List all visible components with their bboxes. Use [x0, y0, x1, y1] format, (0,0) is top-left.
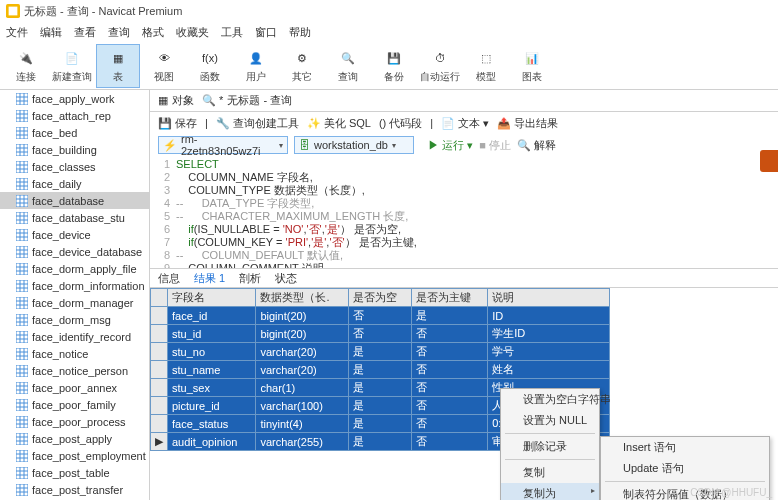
menu-item[interactable]: Update 语句: [601, 458, 769, 479]
menu-item[interactable]: 删除记录: [501, 436, 599, 457]
result-tabs[interactable]: 信息结果 1剖析状态: [150, 268, 778, 288]
menu-item[interactable]: 复制: [501, 462, 599, 483]
tool-model[interactable]: ⬚模型: [464, 44, 508, 88]
table-face_notice[interactable]: face_notice: [0, 345, 149, 362]
editor-tabs[interactable]: ▦ 对象 🔍 *无标题 - 查询: [150, 90, 778, 112]
table-icon: [16, 229, 28, 241]
newq-icon: 📄: [61, 47, 83, 69]
table-face_dorm_msg[interactable]: face_dorm_msg: [0, 311, 149, 328]
table-face_post_employment[interactable]: face_post_employment: [0, 447, 149, 464]
svg-rect-52: [16, 263, 28, 275]
explain-button[interactable]: 🔍 解释: [517, 138, 556, 153]
tool-other[interactable]: ⚙其它: [280, 44, 324, 88]
table-icon: [16, 195, 28, 207]
menu-收藏夹[interactable]: 收藏夹: [176, 25, 209, 40]
table-face_post_table[interactable]: face_post_table: [0, 464, 149, 481]
tab-query[interactable]: 🔍 *无标题 - 查询: [202, 93, 292, 108]
table-face_dorm_information[interactable]: face_dorm_information: [0, 277, 149, 294]
menu-bar[interactable]: 文件编辑查看查询格式收藏夹工具窗口帮助: [0, 22, 778, 42]
menu-item[interactable]: 设置为 NULL: [501, 410, 599, 431]
line-gutter: 123456789: [154, 158, 176, 266]
col-header[interactable]: 是否为主键: [412, 289, 488, 307]
db-combo[interactable]: 🗄workstation_db▾: [294, 136, 414, 154]
table-face_classes[interactable]: face_classes: [0, 158, 149, 175]
tool-newq[interactable]: 📄新建查询: [50, 44, 94, 88]
context-menu[interactable]: 设置为空白字符串设置为 NULL删除记录复制复制为▸粘贴显示▸: [500, 388, 600, 500]
col-header[interactable]: 说明: [488, 289, 610, 307]
snippet-button[interactable]: () 代码段: [379, 116, 422, 131]
tool-auto[interactable]: ⏱自动运行: [418, 44, 462, 88]
menu-帮助[interactable]: 帮助: [289, 25, 311, 40]
run-button[interactable]: ▶ 运行 ▾: [428, 138, 473, 153]
table-face_device_database[interactable]: face_device_database: [0, 243, 149, 260]
table-face_apply_work[interactable]: face_apply_work: [0, 90, 149, 107]
table-face_database_stu[interactable]: face_database_stu: [0, 209, 149, 226]
table-icon: [16, 161, 28, 173]
editor-actions: 💾 保存 | 🔧 查询创建工具 ✨ 美化 SQL () 代码段 | 📄 文本 ▾…: [150, 112, 778, 134]
table-face_daily[interactable]: face_daily: [0, 175, 149, 192]
table-face_dorm_apply_file[interactable]: face_dorm_apply_file: [0, 260, 149, 277]
table-face_poor_annex[interactable]: face_poor_annex: [0, 379, 149, 396]
table-face_identify_record[interactable]: face_identify_record: [0, 328, 149, 345]
tool-query[interactable]: 🔍查询: [326, 44, 370, 88]
model-icon: ⬚: [475, 47, 497, 69]
menu-窗口[interactable]: 窗口: [255, 25, 277, 40]
result-tab-2[interactable]: 剖析: [239, 271, 261, 286]
result-tab-3[interactable]: 状态: [275, 271, 297, 286]
svg-rect-27: [16, 178, 28, 190]
main-toolbar: 🔌连接📄新建查询▦表👁视图f(x)函数👤用户⚙其它🔍查询💾备份⏱自动运行⬚模型📊…: [0, 42, 778, 90]
col-header[interactable]: 字段名: [168, 289, 256, 307]
code-body[interactable]: SELECT COLUMN_NAME 字段名, COLUMN_TYPE 数据类型…: [176, 158, 417, 266]
svg-rect-47: [16, 246, 28, 258]
col-header[interactable]: 数据类型（长.: [256, 289, 349, 307]
table-icon: [16, 382, 28, 394]
sql-editor[interactable]: 123456789 SELECT COLUMN_NAME 字段名, COLUMN…: [150, 156, 778, 268]
table-face_bed[interactable]: face_bed: [0, 124, 149, 141]
table-face_database[interactable]: face_database: [0, 192, 149, 209]
text-button[interactable]: 📄 文本 ▾: [441, 116, 489, 131]
table-face_notice_person[interactable]: face_notice_person: [0, 362, 149, 379]
tool-fx[interactable]: f(x)函数: [188, 44, 232, 88]
watermark: CSDN @HHUFU_: [690, 487, 772, 498]
table-face_attach_rep[interactable]: face_attach_rep: [0, 107, 149, 124]
tool-user[interactable]: 👤用户: [234, 44, 278, 88]
tool-plug[interactable]: 🔌连接: [4, 44, 48, 88]
menu-编辑[interactable]: 编辑: [40, 25, 62, 40]
table-row[interactable]: face_idbigint(20)否是ID: [151, 307, 610, 325]
tool-chart[interactable]: 📊图表: [510, 44, 554, 88]
menu-item[interactable]: 复制为▸: [501, 483, 599, 500]
tool-table[interactable]: ▦表: [96, 44, 140, 88]
save-button[interactable]: 💾 保存: [158, 116, 197, 131]
server-combo[interactable]: ⚡rm-2zetn83n05wz7i▾: [158, 136, 288, 154]
table-face_post_apply[interactable]: face_post_apply: [0, 430, 149, 447]
svg-rect-32: [16, 195, 28, 207]
menu-查询[interactable]: 查询: [108, 25, 130, 40]
beautify-button[interactable]: ✨ 美化 SQL: [307, 116, 371, 131]
table-row[interactable]: stu_novarchar(20)是否学号: [151, 343, 610, 361]
result-tab-1[interactable]: 结果 1: [194, 271, 225, 286]
table-face_poor_family[interactable]: face_poor_family: [0, 396, 149, 413]
builder-button[interactable]: 🔧 查询创建工具: [216, 116, 299, 131]
tool-backup[interactable]: 💾备份: [372, 44, 416, 88]
table-face_dorm_manager[interactable]: face_dorm_manager: [0, 294, 149, 311]
col-header[interactable]: 是否为空: [349, 289, 412, 307]
table-row[interactable]: stu_namevarchar(20)是否姓名: [151, 361, 610, 379]
object-sidebar[interactable]: face_apply_workface_attach_repface_bedfa…: [0, 90, 150, 500]
user-icon: 👤: [245, 47, 267, 69]
table-face_post_transfer[interactable]: face_post_transfer: [0, 481, 149, 498]
result-tab-0[interactable]: 信息: [158, 271, 180, 286]
tool-view[interactable]: 👁视图: [142, 44, 186, 88]
menu-工具[interactable]: 工具: [221, 25, 243, 40]
menu-查看[interactable]: 查看: [74, 25, 96, 40]
table-face_device[interactable]: face_device: [0, 226, 149, 243]
tab-objects[interactable]: ▦ 对象: [158, 93, 194, 108]
table-face_poor_process[interactable]: face_poor_process: [0, 413, 149, 430]
menu-item[interactable]: 设置为空白字符串: [501, 389, 599, 410]
table-face_building[interactable]: face_building: [0, 141, 149, 158]
table-row[interactable]: stu_idbigint(20)否否学生ID: [151, 325, 610, 343]
menu-item[interactable]: Insert 语句: [601, 437, 769, 458]
export-button[interactable]: 📤 导出结果: [497, 116, 558, 131]
menu-格式[interactable]: 格式: [142, 25, 164, 40]
table-icon: [16, 399, 28, 411]
menu-文件[interactable]: 文件: [6, 25, 28, 40]
